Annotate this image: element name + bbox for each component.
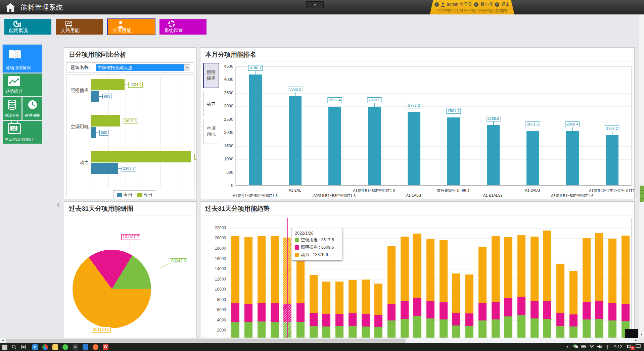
trend-bar-segment-动力[interactable] [492,236,500,302]
trend-bar-segment-空调用电[interactable] [531,318,539,338]
bar-今日[interactable] [91,91,99,102]
trend-bar-segment-动力[interactable] [310,275,318,313]
trend-bar-segment-空调用电[interactable] [335,326,343,338]
wechat-icon[interactable] [62,344,68,350]
trend-bar-segment-空调用电[interactable] [322,327,330,338]
legend-item[interactable]: 昨日 [137,192,152,198]
trend-bar-segment-空调用电[interactable] [556,326,564,338]
scroll-right-arrow[interactable]: ► [633,338,639,343]
scroll-left-arrow[interactable]: ◄ [0,338,5,343]
ranking-bar[interactable] [408,112,420,185]
trend-bar-segment-空调用电[interactable] [595,319,603,338]
trend-bar-segment-照明插座[interactable] [387,304,396,320]
trend-bar-segment-动力[interactable] [426,239,434,301]
trend-bar-segment-照明插座[interactable] [583,302,591,320]
legend-item[interactable]: 今日 [117,192,132,198]
nav-tab-energy-overview[interactable]: 能耗概况 [4,19,51,35]
trend-bar-segment-动力[interactable] [583,238,591,302]
trend-bar-segment-空调用电[interactable] [296,322,305,338]
vertical-scrollbar-thumb[interactable] [640,186,644,202]
trend-bar-segment-照明插座[interactable] [569,314,578,327]
trend-bar-segment-空调用电[interactable] [583,319,591,338]
trend-bar-segment-动力[interactable] [349,280,357,313]
trend-bar-segment-照明插座[interactable] [349,313,357,326]
trend-bar-segment-动力[interactable] [556,264,564,313]
trend-bar-segment-照明插座[interactable] [426,301,434,319]
trend-bar-segment-空调用电[interactable] [569,327,578,338]
trend-bar-segment-空调用电[interactable] [387,320,396,338]
trend-bar-segment-动力[interactable] [258,236,266,303]
action-center-icon[interactable] [635,344,641,350]
trend-bar-segment-照明插座[interactable] [244,304,252,322]
bar-今日[interactable] [91,127,96,138]
start-button[interactable] [0,343,9,351]
wps-office-icon[interactable]: W [103,344,108,350]
nav-tab-branch-energy[interactable]: 支路用能 [56,19,103,35]
trend-bar-segment-动力[interactable] [595,233,603,301]
trend-bar-segment-照明插座[interactable] [413,298,421,316]
trend-bar-segment-照明插座[interactable] [440,302,448,320]
trend-bar-segment-空调用电[interactable] [362,327,370,338]
ranking-bar[interactable] [249,74,262,185]
wifi-icon[interactable] [588,345,595,349]
trend-bar-segment-照明插座[interactable] [374,315,382,327]
trend-bar-segment-动力[interactable] [608,239,616,303]
ranking-bar[interactable] [368,107,381,185]
trend-bar-segment-空调用电[interactable] [478,320,487,338]
combobox-dropdown-arrow-icon[interactable]: ▼ [184,64,190,71]
ranking-bar[interactable] [566,131,579,185]
sidebar-item-hourly-energy[interactable]: 逐时用能 [22,97,42,120]
trend-bar-segment-动力[interactable] [517,235,525,297]
trend-bar-segment-空调用电[interactable] [231,322,239,338]
trend-bar-segment-照明插座[interactable] [492,302,500,320]
nav-tab-system-settings[interactable]: 系统设置 [159,19,206,35]
trend-bar-segment-空调用电[interactable] [504,316,512,338]
trend-bar-segment-动力[interactable] [478,247,487,303]
bar-昨日[interactable] [91,79,125,90]
trend-bar-segment-照明插座[interactable] [595,301,603,319]
nav-tab-subitem-energy[interactable]: 分项用能 [108,19,155,35]
close-icon[interactable]: ✕ [495,2,499,7]
ranking-bar[interactable] [606,135,618,185]
trend-bar-segment-空调用电[interactable] [271,322,279,338]
trend-bar-segment-空调用电[interactable] [492,319,500,338]
trend-bar-segment-动力[interactable] [322,282,330,314]
task-view-icon[interactable] [19,343,28,351]
info-icon[interactable]: i [434,2,439,7]
trend-bar-segment-照明插座[interactable] [296,303,305,322]
horizontal-scrollbar[interactable]: ◄ ► [0,338,639,343]
trend-bar-segment-照明插座[interactable] [465,313,473,326]
sidebar-item-nonworkday-stats[interactable]: 12 非工作日用能统计 [3,121,42,144]
rank-tab-hvac[interactable]: 空调用电 [203,119,219,144]
volume-icon[interactable] [596,345,603,350]
home-icon[interactable] [3,1,17,13]
minimize-icon[interactable]: − [474,2,478,7]
trend-bar-segment-空调用电[interactable] [426,318,434,338]
rank-tab-power[interactable]: 动力 [203,91,219,116]
ranking-bar[interactable] [289,96,302,185]
pie-chart[interactable] [73,250,151,328]
bar-今日[interactable] [91,163,118,174]
trend-bar-segment-空调用电[interactable] [517,315,525,338]
trend-bar-segment-空调用电[interactable] [543,319,551,338]
firefox-browser-icon[interactable] [93,344,98,350]
trend-bar-segment-动力[interactable] [413,234,421,298]
trend-bar-segment-动力[interactable] [231,236,239,303]
trend-bar-segment-空调用电[interactable] [413,316,421,338]
bar-昨日[interactable] [91,115,120,127]
scroll-down-arrow[interactable]: ▼ [639,332,644,338]
trend-bar-segment-动力[interactable] [335,282,343,314]
trend-bar-segment-照明插座[interactable] [517,297,525,315]
trend-bar-segment-空调用电[interactable] [310,326,318,338]
trend-bar-segment-照明插座[interactable] [556,313,564,325]
chevron-up-icon[interactable]: ∧ [564,345,571,349]
battery-icon[interactable] [580,345,587,349]
trend-bar-segment-空调用电[interactable] [452,325,460,338]
trend-bar-segment-动力[interactable] [387,246,396,304]
ranking-bar[interactable] [487,125,500,185]
trend-bar-segment-照明插座[interactable] [543,301,551,319]
trend-bar-segment-照明插座[interactable] [335,314,343,326]
taskbar-clock[interactable]: 9:12 [612,345,624,349]
trend-bar-segment-空调用电[interactable] [608,320,616,338]
trend-bar-segment-照明插座[interactable] [322,314,330,327]
